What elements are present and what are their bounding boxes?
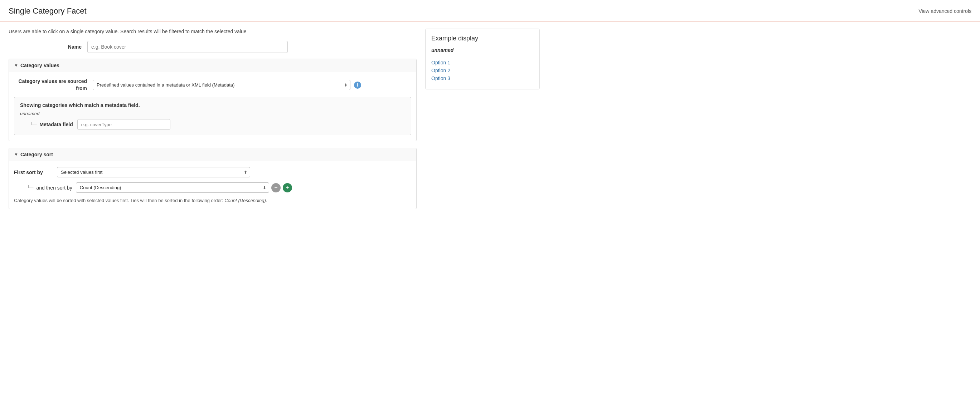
metadata-box: Showing categories which match a metadat… [14,97,411,135]
then-sort-select[interactable]: Count (Descending) Count (Ascending) Alp… [76,182,269,193]
name-input[interactable] [88,41,288,53]
example-option-3[interactable]: Option 3 [431,76,534,81]
add-sort-button[interactable]: + [283,183,292,192]
example-display-title: Example display [431,35,534,42]
first-sort-row: First sort by Selected values first Alph… [14,167,411,177]
name-form-row: Name [9,41,417,53]
description-text: Users are able to click on a single cate… [9,29,417,34]
example-option-1[interactable]: Option 1 [431,60,534,65]
category-values-body: Category values are sourcedfrom Predefin… [9,72,416,141]
sort-note-italic: Count (Descending). [224,198,267,203]
name-label: Name [9,44,88,50]
example-option-2[interactable]: Option 2 [431,68,534,73]
view-advanced-link[interactable]: View advanced controls [918,8,971,14]
main-content: Users are able to click on a single cate… [9,29,417,405]
first-sort-label: First sort by [14,170,57,175]
category-values-arrow: ▼ [14,63,18,68]
then-sort-row: └─ and then sort by Count (Descending) C… [14,182,411,193]
page-title: Single Category Facet [9,6,87,16]
first-sort-select-wrapper: Selected values first Alphabetical Count… [57,167,250,177]
example-display-box: Example display unnamed Option 1 Option … [425,29,540,89]
category-sort-body: First sort by Selected values first Alph… [9,161,416,209]
showing-text: Showing categories which match a metadat… [20,102,405,108]
category-values-header-label: Category Values [21,63,59,68]
sourced-select-wrapper: Predefined values contained in a metadat… [93,80,350,90]
bracket-icon: └─ [30,122,37,127]
then-sort-bracket: └─ [27,185,33,190]
sort-note-prefix: Category values will be sorted with sele… [14,198,223,203]
sourced-select[interactable]: Predefined values contained in a metadat… [93,80,350,90]
category-sort-header[interactable]: ▼ Category sort [9,148,416,161]
then-sort-select-wrapper: Count (Descending) Count (Ascending) Alp… [76,182,269,193]
page-header: Single Category Facet View advanced cont… [0,0,980,21]
example-facet-name: unnamed [431,47,534,56]
category-sort-arrow: ▼ [14,152,18,157]
then-sort-label: and then sort by [36,185,72,191]
metadata-field-row: └─ Metadata field [20,119,405,130]
info-icon[interactable]: i [354,82,361,89]
unnamed-italic-label: unnamed [20,111,405,116]
metadata-field-input[interactable] [77,119,170,130]
sidebar-panel: Example display unnamed Option 1 Option … [425,29,540,405]
metadata-field-label: Metadata field [39,122,73,127]
category-values-header[interactable]: ▼ Category Values [9,59,416,72]
remove-sort-button[interactable]: − [271,183,281,192]
category-sort-header-label: Category sort [21,152,53,157]
sourced-label: Category values are sourcedfrom [14,78,93,92]
category-values-section: ▼ Category Values Category values are so… [9,59,417,141]
page-body: Users are able to click on a single cate… [0,21,980,412]
sort-note: Category values will be sorted with sele… [14,198,411,203]
category-sort-section: ▼ Category sort First sort by Selected v… [9,148,417,209]
first-sort-select[interactable]: Selected values first Alphabetical Count… [57,167,250,177]
sourced-row: Category values are sourcedfrom Predefin… [14,78,411,92]
page-container: Single Category Facet View advanced cont… [0,0,980,412]
